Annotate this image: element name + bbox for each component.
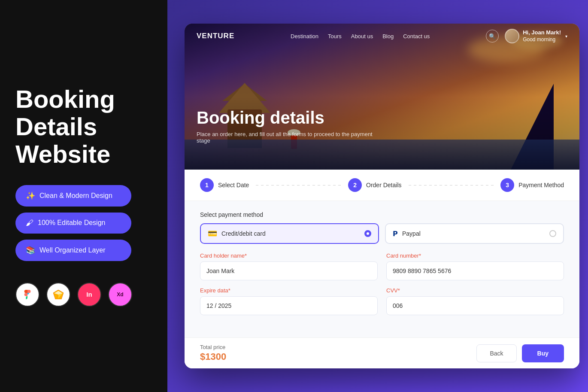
payment-section-label: Select payment method	[200, 211, 564, 218]
hero-image-area: VENTURE Destination Tours About us Blog …	[185, 24, 579, 170]
hero-heading: Booking details	[197, 108, 377, 128]
footer-buttons: Back Buy	[476, 344, 564, 362]
page-title: Booking Details Website	[15, 85, 152, 167]
cvv-label: CVV*	[386, 287, 564, 294]
paypal-label: Paypal	[402, 230, 545, 237]
card-number-input[interactable]	[386, 261, 564, 280]
step-circle-3: 3	[500, 178, 514, 192]
wand-icon: ✨	[26, 191, 35, 201]
user-name: Hi, Joan Mark!	[523, 29, 561, 36]
step-label-1: Select Date	[218, 182, 249, 188]
step-divider-2	[409, 185, 494, 185]
figma-icon	[15, 283, 39, 307]
nav-link-tours[interactable]: Tours	[328, 33, 342, 40]
steps-bar: 1 Select Date 2 Order Details 3 Payment …	[185, 170, 579, 201]
right-area: VENTURE Destination Tours About us Blog …	[167, 0, 588, 392]
step-1[interactable]: 1 Select Date	[200, 178, 249, 192]
user-greeting: Good morning	[523, 36, 561, 43]
form-row-1: Card holder name* Card number*	[200, 252, 564, 280]
nav-link-contact[interactable]: Contact us	[403, 33, 430, 40]
step-circle-2: 2	[348, 178, 362, 192]
cvv-group: CVV*	[386, 287, 564, 315]
browser-mockup: VENTURE Destination Tours About us Blog …	[185, 24, 579, 368]
layers-icon: 📚	[26, 246, 35, 255]
nav-logo: VENTURE	[197, 32, 234, 40]
form-area: Select payment method 💳 Credit/debit car…	[185, 201, 579, 337]
step-circle-1: 1	[200, 178, 214, 192]
paypal-icon: 𝗣	[393, 230, 398, 238]
search-icon[interactable]: 🔍	[486, 30, 499, 43]
card-number-group: Card number*	[386, 252, 564, 280]
nav-link-destination[interactable]: Destination	[291, 33, 318, 40]
radio-paypal	[549, 230, 556, 237]
total-label: Total price	[200, 344, 226, 350]
organized-layer-button[interactable]: 📚 Well Organized Layer	[15, 240, 131, 261]
invision-icon: In	[77, 283, 101, 307]
step-divider-1	[256, 185, 341, 185]
credit-card-label: Credit/debit card	[221, 230, 360, 237]
sketch-icon	[46, 283, 70, 307]
credit-card-icon: 💳	[208, 229, 217, 238]
paypal-method-card[interactable]: 𝗣 Paypal	[385, 223, 564, 244]
radio-card	[364, 230, 371, 237]
card-holder-group: Card holder name*	[200, 252, 378, 280]
nav-actions: 🔍 Hi, Joan Mark! Good morning ▾	[486, 29, 567, 43]
total-info: Total price $1300	[200, 344, 226, 362]
hero-text: Booking details Place an order here, and…	[197, 108, 377, 144]
user-text: Hi, Joan Mark! Good morning	[523, 29, 561, 43]
footer-bar: Total price $1300 Back Buy	[185, 337, 579, 368]
card-holder-label: Card holder name*	[200, 252, 378, 259]
xd-icon: Xd	[108, 283, 132, 307]
expire-group: Expire data*	[200, 287, 378, 315]
nav-links: Destination Tours About us Blog Contact …	[248, 33, 472, 40]
navbar: VENTURE Destination Tours About us Blog …	[185, 24, 579, 49]
chevron-down-icon: ▾	[565, 34, 567, 39]
total-price: $1300	[200, 351, 226, 362]
card-holder-input[interactable]	[200, 261, 378, 280]
payment-method-card[interactable]: 💳 Credit/debit card	[200, 223, 379, 244]
tool-icons-row: In Xd	[15, 283, 152, 307]
clean-design-button[interactable]: ✨ Clean & Modern Design	[15, 185, 131, 207]
avatar	[505, 29, 519, 43]
left-panel: Booking Details Website ✨ Clean & Modern…	[0, 0, 167, 392]
card-number-label: Card number*	[386, 252, 564, 259]
nav-link-blog[interactable]: Blog	[382, 33, 394, 40]
form-row-2: Expire data* CVV*	[200, 287, 564, 315]
buy-button[interactable]: Buy	[522, 344, 564, 362]
step-3[interactable]: 3 Payment Method	[500, 178, 564, 192]
nav-user[interactable]: Hi, Joan Mark! Good morning ▾	[505, 29, 567, 43]
cvv-input[interactable]	[386, 296, 564, 315]
step-label-2: Order Details	[366, 182, 401, 188]
editable-design-button[interactable]: 🖌 100% Editable Design	[15, 213, 131, 234]
step-label-3: Payment Method	[518, 182, 564, 188]
hero-subtitle: Place an order here, and fill out all th…	[197, 131, 377, 144]
expire-input[interactable]	[200, 296, 378, 315]
nav-link-about[interactable]: About us	[351, 33, 373, 40]
payment-methods: 💳 Credit/debit card 𝗣 Paypal	[200, 223, 564, 244]
expire-label: Expire data*	[200, 287, 378, 294]
edit-icon: 🖌	[26, 219, 33, 228]
step-2[interactable]: 2 Order Details	[348, 178, 401, 192]
back-button[interactable]: Back	[476, 344, 516, 362]
